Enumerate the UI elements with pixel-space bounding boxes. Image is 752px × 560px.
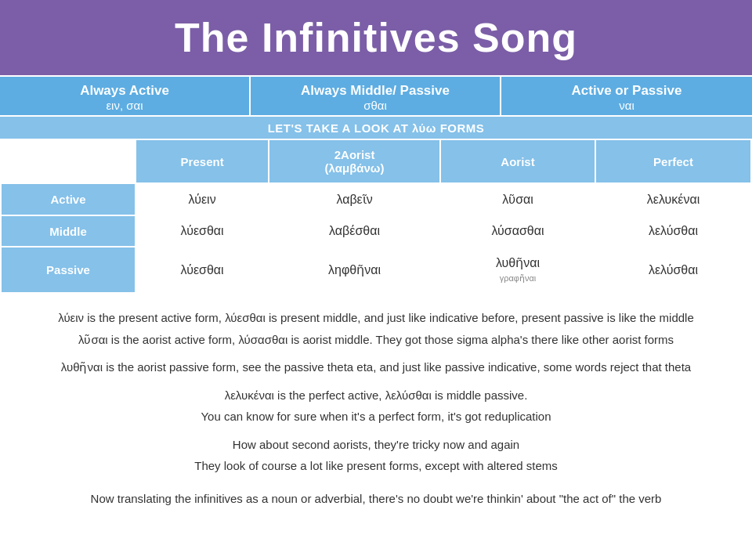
table-row: Middle λύεσθαι λαβέσθαι λύσασθαι λελύσθα…	[1, 215, 751, 247]
passive-perfect: λελύσθαι	[595, 247, 751, 293]
table-row: Passive λύεσθαι ληφθῆναι λυθῆναι γραφῆνα…	[1, 247, 751, 293]
active-aorist: λῦσαι	[440, 183, 595, 215]
note-line8: Now translating the infinitives as a nou…	[24, 489, 728, 509]
aorist-col-header: Aorist	[440, 139, 595, 183]
middle-present: λύεσθαι	[136, 215, 269, 247]
always-active-header: Always Active ειν, σαι	[0, 77, 251, 115]
always-middle-passive-header: Always Middle/ Passive σθαι	[251, 77, 501, 115]
middle-perfect: λελύσθαι	[595, 215, 751, 247]
middle-aorist: λύσασθαι	[440, 215, 595, 247]
aorist2-col-header: 2Aorist (λαμβάνω)	[269, 139, 440, 183]
note-line5: You can know for sure when it's a perfec…	[24, 406, 728, 427]
page-title: The Infinitives Song	[8, 14, 744, 61]
row-label-passive: Passive	[1, 247, 136, 293]
note-line3: λυθῆναι is the aorist passive form, see …	[24, 357, 728, 378]
note-line6: How about second aorists, they're tricky…	[24, 435, 728, 455]
notes-section: λύειν is the present active form, λύεσθα…	[0, 294, 752, 518]
lets-take-row: LET'S TAKE A LOOK AT λύω FORMS	[0, 115, 752, 139]
passive-aorist2: ληφθῆναι	[269, 247, 440, 293]
note-line1: λύειν is the present active form, λύεσθα…	[24, 308, 728, 328]
active-perfect: λελυκέναι	[595, 183, 751, 215]
present-col-header: Present	[136, 139, 269, 183]
title-bar: The Infinitives Song	[0, 0, 752, 75]
table-row: Active λύειν λαβεῖν λῦσαι λελυκέναι	[1, 183, 751, 215]
infinitives-table: Present 2Aorist (λαμβάνω) Aorist Perfect…	[0, 139, 752, 294]
note-line4: λελυκέναι is the perfect active, λελύσθα…	[24, 385, 728, 406]
passive-present: λύεσθαι	[136, 247, 269, 293]
perfect-col-header: Perfect	[595, 139, 751, 183]
middle-aorist2: λαβέσθαι	[269, 215, 440, 247]
active-or-passive-header: Active or Passive ναι	[501, 77, 752, 115]
active-present: λύειν	[136, 183, 269, 215]
row-label-middle: Middle	[1, 215, 136, 247]
active-aorist2: λαβεῖν	[269, 183, 440, 215]
note-line7: They look of course a lot like present f…	[24, 456, 728, 476]
column-headers: Present 2Aorist (λαμβάνω) Aorist Perfect	[1, 139, 751, 183]
passive-aorist: λυθῆναι γραφῆναι	[440, 247, 595, 293]
row-label-active: Active	[1, 183, 136, 215]
note-line2: λῦσαι is the aorist active form, λύσασθα…	[24, 330, 728, 350]
empty-col-header	[1, 139, 136, 183]
category-header-row: Always Active ειν, σαι Always Middle/ Pa…	[0, 75, 752, 115]
